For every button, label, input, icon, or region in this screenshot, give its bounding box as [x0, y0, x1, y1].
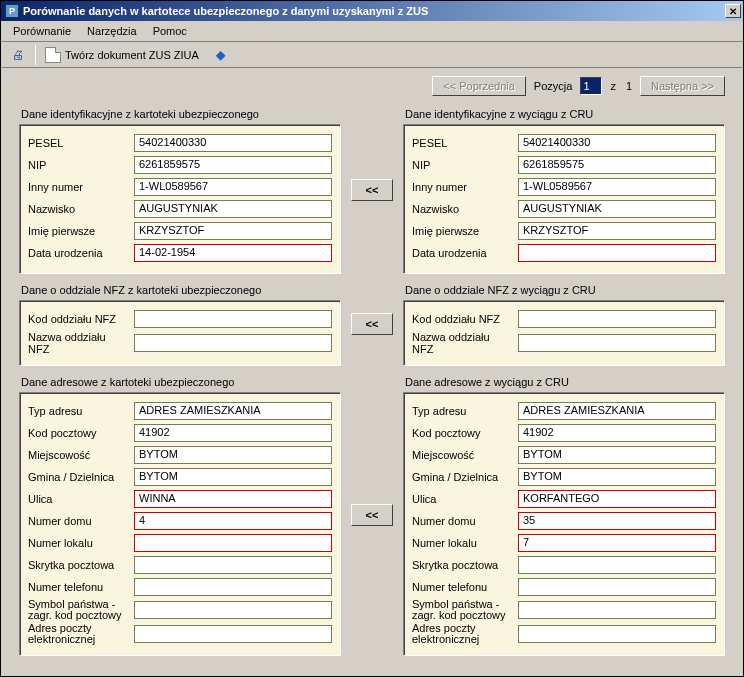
menubar: Porównanie Narzędzia Pomoc [1, 21, 743, 42]
left-imie: KRZYSZTOF [134, 222, 332, 240]
left-gmina: BYTOM [134, 468, 332, 486]
pager: << Poprzednia Pozycja z 1 Następna >> [19, 76, 725, 96]
pozycja-label: Pozycja [532, 80, 575, 92]
left-nazwisko: AUGUSTYNIAK [134, 200, 332, 218]
help-button[interactable]: ◆ [208, 45, 234, 65]
copy-ident-button[interactable]: << [351, 179, 393, 201]
left-pesel: 54021400330 [134, 134, 332, 152]
label-inny: Inny numer [28, 181, 134, 193]
left-tel [134, 578, 332, 596]
ident-right-col: Dane identyfikacyjne z wyciągu z CRU PES… [403, 106, 725, 274]
nfz-right-panel: Kod oddziału NFZ Nazwa oddziału NFZ [403, 300, 725, 366]
window: P Porównanie danych w kartotece ubezpiec… [0, 0, 744, 677]
right-nip: 6261859575 [518, 156, 716, 174]
addr-left-title: Dane adresowe z kartoteki ubezpieczonego [21, 376, 341, 388]
right-kod-nfz [518, 310, 716, 328]
toolbar: 🖨 Twórz dokument ZUS ZIUA ◆ [1, 42, 743, 68]
addr-row: Dane adresowe z kartoteki ubezpieczonego… [19, 374, 725, 656]
nfz-row: Dane o oddziale NFZ z kartoteki ubezpiec… [19, 282, 725, 366]
right-nazwisko: AUGUSTYNIAK [518, 200, 716, 218]
print-button[interactable]: 🖨 [5, 45, 31, 65]
ident-left-title: Dane identyfikacyjne z kartoteki ubezpie… [21, 108, 341, 120]
label-nip: NIP [28, 159, 134, 171]
content: << Poprzednia Pozycja z 1 Następna >> Da… [1, 68, 743, 676]
copy-nfz-button[interactable]: << [351, 313, 393, 335]
right-gmina: BYTOM [518, 468, 716, 486]
prev-button[interactable]: << Poprzednia [432, 76, 526, 96]
ident-mid: << [341, 106, 403, 274]
app-icon: P [5, 4, 19, 18]
tworz-dokument-button[interactable]: Twórz dokument ZUS ZIUA [40, 45, 204, 65]
right-typ: ADRES ZAMIESZKANIA [518, 402, 716, 420]
left-dataur: 14-02-1954 [134, 244, 332, 262]
right-pesel: 54021400330 [518, 134, 716, 152]
right-inny: 1-WL0589567 [518, 178, 716, 196]
ident-right-panel: PESEL54021400330 NIP6261859575 Inny nume… [403, 124, 725, 274]
right-kod: 41902 [518, 424, 716, 442]
label-dataur: Data urodzenia [28, 247, 134, 259]
left-nrdomu: 4 [134, 512, 332, 530]
right-dataur [518, 244, 716, 262]
left-nrlok [134, 534, 332, 552]
left-ulica: WINNA [134, 490, 332, 508]
menu-pomoc[interactable]: Pomoc [145, 23, 195, 39]
left-inny: 1-WL0589567 [134, 178, 332, 196]
right-imie: KRZYSZTOF [518, 222, 716, 240]
help-icon: ◆ [213, 47, 229, 63]
addr-right-panel: Typ adresuADRES ZAMIESZKANIA Kod pocztow… [403, 392, 725, 656]
printer-icon: 🖨 [10, 47, 26, 63]
ident-left-col: Dane identyfikacyjne z kartoteki ubezpie… [19, 106, 341, 274]
current-position-input[interactable] [580, 77, 602, 95]
toolbar-separator [35, 45, 36, 65]
right-symbol [518, 601, 716, 619]
right-nrlok: 7 [518, 534, 716, 552]
right-email [518, 625, 716, 643]
tworz-dokument-label: Twórz dokument ZUS ZIUA [65, 49, 199, 61]
right-nrdomu: 35 [518, 512, 716, 530]
label-imie: Imię pierwsze [28, 225, 134, 237]
copy-addr-button[interactable]: << [351, 504, 393, 526]
nfz-right-title: Dane o oddziale NFZ z wyciągu z CRU [405, 284, 725, 296]
menu-narzedzia[interactable]: Narzędzia [79, 23, 145, 39]
right-miejsc: BYTOM [518, 446, 716, 464]
left-kod: 41902 [134, 424, 332, 442]
right-skrytka [518, 556, 716, 574]
ident-row: Dane identyfikacyjne z kartoteki ubezpie… [19, 106, 725, 274]
addr-left-panel: Typ adresuADRES ZAMIESZKANIA Kod pocztow… [19, 392, 341, 656]
right-tel [518, 578, 716, 596]
ident-right-title: Dane identyfikacyjne z wyciągu z CRU [405, 108, 725, 120]
menu-porownanie[interactable]: Porównanie [5, 23, 79, 39]
total-label: 1 [624, 80, 634, 92]
ident-left-panel: PESEL54021400330 NIP6261859575 Inny nume… [19, 124, 341, 274]
close-button[interactable]: ✕ [725, 4, 741, 18]
left-nip: 6261859575 [134, 156, 332, 174]
left-nazwa-nfz [134, 334, 332, 352]
right-ulica: KORFANTEGO [518, 490, 716, 508]
left-typ: ADRES ZAMIESZKANIA [134, 402, 332, 420]
left-kod-nfz [134, 310, 332, 328]
document-icon [45, 47, 61, 63]
left-miejsc: BYTOM [134, 446, 332, 464]
nfz-left-panel: Kod oddziału NFZ Nazwa oddziału NFZ [19, 300, 341, 366]
nfz-left-title: Dane o oddziale NFZ z kartoteki ubezpiec… [21, 284, 341, 296]
label-pesel: PESEL [28, 137, 134, 149]
left-skrytka [134, 556, 332, 574]
label-nazwisko: Nazwisko [28, 203, 134, 215]
addr-right-title: Dane adresowe z wyciągu z CRU [405, 376, 725, 388]
window-title: Porównanie danych w kartotece ubezpieczo… [23, 5, 725, 17]
z-label: z [608, 80, 618, 92]
titlebar: P Porównanie danych w kartotece ubezpiec… [1, 1, 743, 21]
right-nazwa-nfz [518, 334, 716, 352]
left-email [134, 625, 332, 643]
next-button[interactable]: Następna >> [640, 76, 725, 96]
left-symbol [134, 601, 332, 619]
